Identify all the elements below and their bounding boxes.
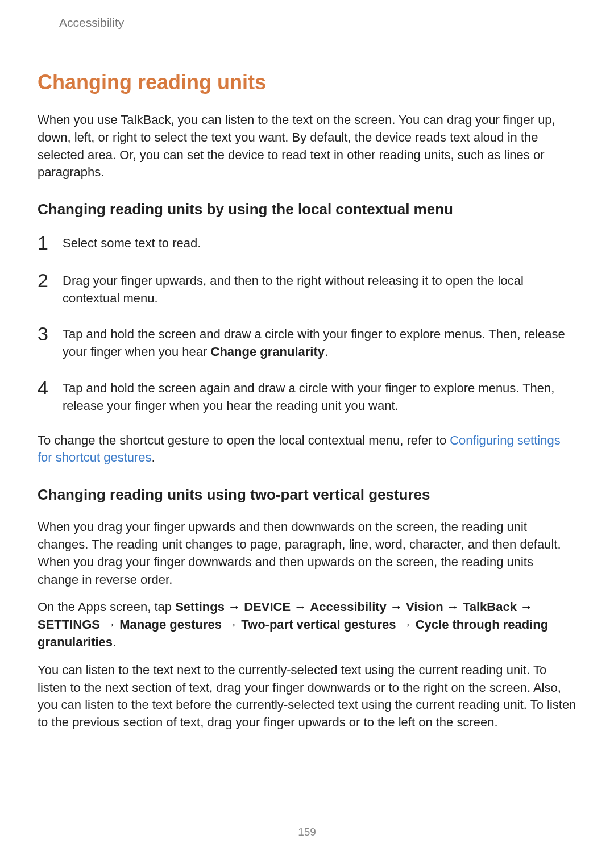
subheading-local-contextual: Changing reading units by using the loca… bbox=[38, 201, 576, 218]
nav-arrow: → bbox=[396, 617, 415, 632]
listen-text-paragraph: You can listen to the text next to the c… bbox=[38, 662, 576, 732]
page-content: Accessibility Changing reading units Whe… bbox=[0, 0, 614, 732]
step-1: 1 Select some text to read. bbox=[38, 233, 576, 254]
nav-settings: Settings bbox=[175, 600, 225, 614]
step-number: 2 bbox=[38, 271, 63, 291]
step3-post: . bbox=[325, 344, 328, 359]
nav-settings-cap: SETTINGS bbox=[38, 617, 100, 632]
breadcrumb: Accessibility bbox=[59, 16, 576, 30]
step-text: Tap and hold the screen and draw a circl… bbox=[63, 324, 576, 361]
nav-arrow: → bbox=[222, 617, 241, 632]
nav-dot: . bbox=[113, 635, 116, 649]
main-heading: Changing reading units bbox=[38, 70, 576, 94]
step-2: 2 Drag your finger upwards, and then to … bbox=[38, 271, 576, 308]
step-number: 3 bbox=[38, 324, 63, 344]
page-number: 159 bbox=[0, 826, 614, 838]
nav-pre: On the Apps screen, tap bbox=[38, 600, 175, 614]
nav-accessibility: Accessibility bbox=[310, 600, 387, 614]
nav-two-part: Two-part vertical gestures bbox=[241, 617, 396, 632]
nav-arrow: → bbox=[443, 600, 463, 614]
nav-arrow: → bbox=[100, 617, 119, 632]
step-text: Select some text to read. bbox=[63, 233, 201, 252]
step-text: Drag your finger upwards, and then to th… bbox=[63, 271, 576, 308]
nav-arrow: → bbox=[291, 600, 310, 614]
shortcut-gesture-note: To change the shortcut gesture to open t… bbox=[38, 432, 576, 467]
nav-manage-gestures: Manage gestures bbox=[119, 617, 222, 632]
nav-talkback: TalkBack bbox=[463, 600, 517, 614]
nav-device: DEVICE bbox=[244, 600, 291, 614]
nav-arrow: → bbox=[517, 600, 533, 614]
step-number: 4 bbox=[38, 378, 63, 398]
two-part-description: When you drag your finger upwards and th… bbox=[38, 518, 576, 588]
page-corner-decoration bbox=[39, 0, 52, 19]
note-post: . bbox=[152, 450, 155, 464]
step-text: Tap and hold the screen again and draw a… bbox=[63, 378, 576, 415]
note-pre: To change the shortcut gesture to open t… bbox=[38, 433, 450, 447]
step3-bold: Change granularity bbox=[211, 344, 325, 359]
subheading-two-part: Changing reading units using two-part ve… bbox=[38, 486, 576, 504]
nav-arrow: → bbox=[225, 600, 244, 614]
step-number: 1 bbox=[38, 233, 63, 254]
nav-vision: Vision bbox=[406, 600, 443, 614]
step-4: 4 Tap and hold the screen again and draw… bbox=[38, 378, 576, 415]
step-3: 3 Tap and hold the screen and draw a cir… bbox=[38, 324, 576, 361]
intro-paragraph: When you use TalkBack, you can listen to… bbox=[38, 111, 576, 181]
nav-arrow: → bbox=[387, 600, 406, 614]
navigation-path: On the Apps screen, tap Settings → DEVIC… bbox=[38, 599, 576, 651]
